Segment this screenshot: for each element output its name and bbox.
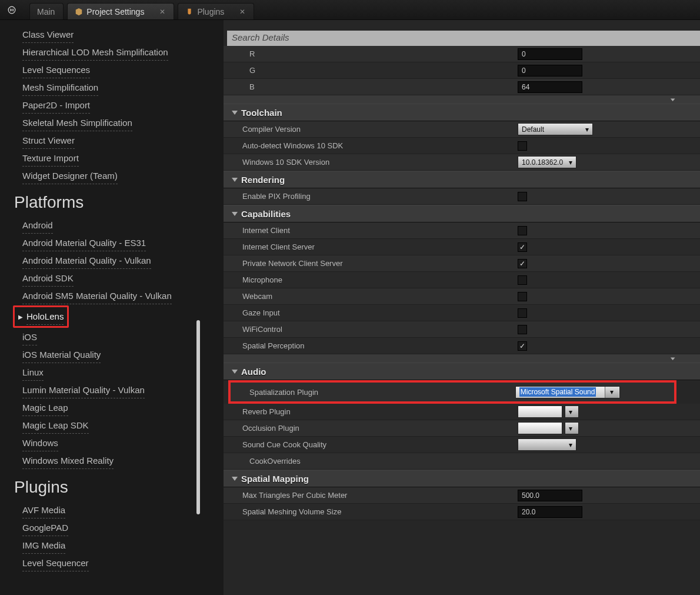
- compiler-label: Compiler Version: [224, 125, 518, 134]
- pix-checkbox[interactable]: [518, 192, 527, 201]
- rgb-r-input[interactable]: 0: [518, 48, 582, 60]
- cue-dropdown[interactable]: ▾: [518, 438, 576, 451]
- sidebar-item[interactable]: iOS Material Quality: [22, 347, 101, 363]
- pix-label: Enable PIX Profiling: [224, 192, 518, 201]
- autodetect-label: Auto-detect Windows 10 SDK: [224, 141, 518, 150]
- tab-project-settings[interactable]: Project Settings ✕: [67, 3, 174, 19]
- reset-arrow-icon[interactable]: ▼: [669, 356, 676, 361]
- reset-arrow-icon[interactable]: ▼: [669, 97, 676, 102]
- sidebar-item[interactable]: Android SM5 Material Quality - Vulkan: [22, 288, 172, 304]
- rgb-g-input[interactable]: 0: [518, 65, 582, 77]
- cap-checkbox[interactable]: [518, 325, 527, 334]
- svg-marker-1: [76, 8, 82, 15]
- cook-label: CookOverrides: [224, 457, 518, 466]
- cap-label: Webcam: [224, 292, 518, 301]
- cap-label: Gaze Input: [224, 308, 518, 317]
- sidebar-item[interactable]: Magic Leap: [22, 400, 68, 416]
- rgb-b-input[interactable]: 64: [518, 81, 582, 93]
- spat-dropdown[interactable]: Microsoft Spatial Sound▾: [515, 386, 620, 398]
- occlusion-label: Occlusion Plugin: [224, 424, 518, 433]
- spat-label: Spatialization Plugin: [231, 388, 515, 397]
- sidebar-item[interactable]: Level Sequencer: [22, 555, 89, 571]
- sidebar-item[interactable]: Windows: [22, 435, 58, 451]
- spatialization-row: Spatialization Plugin Microsoft Spatial …: [228, 380, 676, 404]
- sidebar-item[interactable]: Android Material Quality - ES31: [22, 235, 146, 251]
- sidebar-item[interactable]: Class Viewer: [22, 26, 74, 43]
- section-plugins: Plugins: [14, 478, 224, 497]
- app-logo: [0, 6, 24, 14]
- details-panel: Search Details R0 G0 B64 ▼ Toolchain Com…: [224, 20, 700, 595]
- scrollbar-thumb[interactable]: [196, 320, 200, 514]
- sdkver-dropdown[interactable]: 10.0.18362.0▾: [518, 156, 576, 168]
- cue-label: Sound Cue Cook Quality: [224, 440, 518, 449]
- cap-checkbox[interactable]: ✓: [518, 259, 527, 268]
- sidebar-item[interactable]: Android Material Quality - Vulkan: [22, 252, 151, 269]
- cap-label: Internet Client: [224, 226, 518, 235]
- cap-label: Internet Client Server: [224, 242, 518, 251]
- cap-checkbox[interactable]: ✓: [518, 242, 527, 252]
- reverb-label: Reverb Plugin: [224, 407, 518, 416]
- sidebar-item[interactable]: Hierarchical LOD Mesh Simplification: [22, 44, 168, 61]
- tab-plugins[interactable]: Plugins ✕: [178, 3, 254, 19]
- cap-label: WiFiControl: [224, 325, 518, 334]
- tab-main[interactable]: Main: [29, 3, 64, 19]
- cap-label: Private Network Client Server: [224, 259, 518, 268]
- cap-checkbox[interactable]: [518, 226, 527, 235]
- sdkver-label: Windows 10 SDK Version: [224, 158, 518, 167]
- section-spatial[interactable]: Spatial Mapping: [224, 470, 700, 487]
- sidebar-item[interactable]: Magic Leap SDK: [22, 417, 89, 434]
- maxtri-input[interactable]: 500.0: [518, 490, 582, 501]
- search-input[interactable]: Search Details: [227, 31, 700, 46]
- sidebar-item[interactable]: Lumin Material Quality - Vulkan: [22, 382, 145, 398]
- occlusion-dd-arrow[interactable]: ▾: [565, 422, 579, 434]
- window-tabs: Main Project Settings ✕ Plugins ✕: [29, 0, 254, 19]
- section-toolchain[interactable]: Toolchain: [224, 104, 700, 121]
- sidebar-item-hololens[interactable]: ▶HoloLens: [13, 305, 69, 328]
- sidebar: Class ViewerHierarchical LOD Mesh Simpli…: [0, 20, 224, 595]
- plug-icon: [185, 8, 194, 16]
- sidebar-item[interactable]: Linux: [22, 364, 44, 381]
- title-bar: Main Project Settings ✕ Plugins ✕: [0, 0, 700, 20]
- section-capabilities[interactable]: Capabilities: [224, 205, 700, 222]
- cap-label: Microphone: [224, 275, 518, 284]
- sidebar-item[interactable]: Struct Viewer: [22, 132, 75, 149]
- sidebar-item[interactable]: IMG Media: [22, 537, 65, 554]
- close-icon[interactable]: ✕: [239, 8, 245, 16]
- section-audio[interactable]: Audio: [224, 363, 700, 380]
- sidebar-item[interactable]: AVF Media: [22, 502, 65, 518]
- sidebar-item[interactable]: Texture Import: [22, 150, 79, 167]
- vol-input[interactable]: 20.0: [518, 506, 582, 518]
- sidebar-item[interactable]: iOS: [22, 329, 37, 345]
- vol-label: Spatial Meshing Volume Size: [224, 507, 518, 516]
- sidebar-item[interactable]: Windows Mixed Reality: [22, 453, 114, 469]
- close-icon[interactable]: ✕: [159, 8, 165, 16]
- rgb-b-label: B: [224, 82, 518, 91]
- section-rendering[interactable]: Rendering: [224, 171, 700, 188]
- rgb-r-label: R: [224, 49, 518, 58]
- reverb-dropdown[interactable]: [518, 405, 562, 418]
- cap-checkbox[interactable]: ✓: [518, 341, 527, 351]
- reverb-dd-arrow[interactable]: ▾: [565, 405, 579, 418]
- autodetect-checkbox[interactable]: [518, 141, 527, 151]
- cap-checkbox[interactable]: [518, 292, 527, 301]
- sidebar-item[interactable]: Android SDK: [22, 270, 74, 287]
- sidebar-item[interactable]: GooglePAD: [22, 520, 68, 536]
- rgb-g-label: G: [224, 66, 518, 75]
- occlusion-dropdown[interactable]: [518, 422, 562, 434]
- sidebar-item[interactable]: Android: [22, 217, 53, 234]
- sidebar-item[interactable]: Mesh Simplification: [22, 79, 98, 96]
- section-platforms: Platforms: [14, 193, 224, 212]
- sidebar-item[interactable]: Skeletal Mesh Simplification: [22, 115, 132, 131]
- cap-label: Spatial Perception: [224, 341, 518, 350]
- cap-checkbox[interactable]: [518, 275, 527, 285]
- cap-checkbox[interactable]: [518, 308, 527, 318]
- maxtri-label: Max Triangles Per Cubic Meter: [224, 491, 518, 500]
- sidebar-item[interactable]: Level Sequences: [22, 62, 90, 78]
- nut-icon: [75, 8, 83, 16]
- sidebar-item[interactable]: Paper2D - Import: [22, 97, 90, 114]
- sidebar-item[interactable]: Widget Designer (Team): [22, 168, 118, 184]
- compiler-dropdown[interactable]: Default▾: [518, 123, 593, 135]
